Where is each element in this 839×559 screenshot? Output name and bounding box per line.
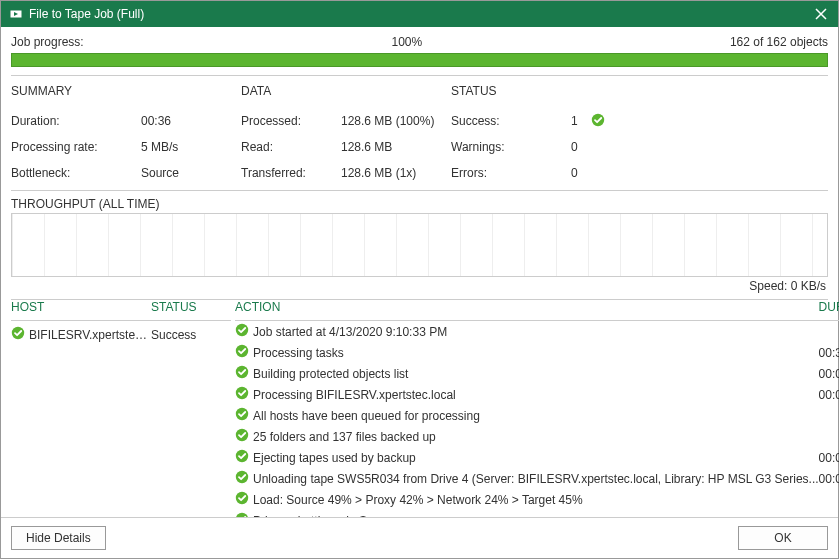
action-text: Building protected objects list: [253, 367, 819, 381]
stat-value: 5 MB/s: [141, 140, 241, 154]
host-row[interactable]: BIFILESRV.xpertstec.lo...Success: [11, 321, 231, 348]
action-text: Processing BIFILESRV.xpertstec.local: [253, 388, 819, 402]
actions-header-action: ACTION: [235, 300, 819, 314]
throughput-chart: [11, 213, 828, 277]
stat-key: Processed:: [241, 114, 341, 128]
hide-details-button[interactable]: Hide Details: [11, 526, 106, 550]
actions-header-duration: DURATION: [819, 300, 839, 314]
success-check-icon: [235, 491, 249, 505]
window-title: File to Tape Job (Full): [29, 7, 812, 21]
action-row: All hosts have been queued for processin…: [235, 405, 839, 426]
stat-key: Transferred:: [241, 166, 341, 180]
action-row: Building protected objects list00:00: [235, 363, 839, 384]
footer: Hide Details OK: [1, 517, 838, 558]
host-name: BIFILESRV.xpertstec.lo...: [29, 328, 151, 342]
stat-row: Duration:00:36: [11, 108, 241, 134]
action-row: Job started at 4/13/2020 9:10:33 PM: [235, 321, 839, 342]
success-check-icon: [235, 470, 249, 484]
data-column: DATA Processed:128.6 MB (100%)Read:128.6…: [241, 84, 451, 186]
action-duration: 00:34: [819, 346, 839, 360]
success-check-icon: [235, 386, 249, 400]
titlebar: File to Tape Job (Full): [1, 1, 838, 27]
progress-bar-wrap: [1, 53, 838, 75]
stat-key: Processing rate:: [11, 140, 141, 154]
app-icon: [9, 7, 23, 21]
action-text: Processing tasks: [253, 346, 819, 360]
status-value: 1: [571, 114, 591, 128]
success-check-icon: [235, 428, 249, 442]
actions-header: ACTION DURATION: [235, 300, 839, 321]
action-row: Primary bottleneck: Source: [235, 510, 839, 517]
actions-table: ACTION DURATION Job started at 4/13/2020…: [235, 300, 839, 517]
progress-label: Job progress:: [11, 35, 84, 49]
data-header: DATA: [241, 84, 451, 98]
success-check-icon: [235, 344, 249, 358]
status-column: STATUS Success:1Warnings:0Errors:0: [451, 84, 828, 186]
status-header: STATUS: [451, 84, 828, 98]
hosts-header: HOST STATUS: [11, 300, 231, 321]
progress-percent: 100%: [84, 35, 730, 49]
action-row: Unloading tape SWS5R034 from Drive 4 (Se…: [235, 468, 839, 489]
action-text: Ejecting tapes used by backup: [253, 451, 819, 465]
action-row: 25 folders and 137 files backed up: [235, 426, 839, 447]
success-check-icon: [591, 113, 605, 127]
stats-panel: SUMMARY Duration:00:36Processing rate:5 …: [1, 76, 838, 190]
svg-point-14: [236, 513, 248, 517]
status-value: 0: [571, 140, 591, 154]
stat-key: Bottleneck:: [11, 166, 141, 180]
stat-row: Read:128.6 MB: [241, 134, 451, 160]
action-text: Load: Source 49% > Proxy 42% > Network 2…: [253, 493, 819, 507]
stat-row: Bottleneck:Source: [11, 160, 241, 186]
progress-bar: [11, 53, 828, 67]
job-progress-window: File to Tape Job (Full) Job progress: 10…: [0, 0, 839, 559]
stat-value: Source: [141, 166, 241, 180]
stat-row: Transferred:128.6 MB (1x): [241, 160, 451, 186]
success-check-icon: [235, 449, 249, 463]
stat-value: 128.6 MB: [341, 140, 451, 154]
action-text: All hosts have been queued for processin…: [253, 409, 819, 423]
action-text: Unloading tape SWS5R034 from Drive 4 (Se…: [253, 472, 819, 486]
logs-panel: HOST STATUS BIFILESRV.xpertstec.lo...Suc…: [1, 300, 838, 517]
action-row: Processing BIFILESRV.xpertstec.local00:0…: [235, 384, 839, 405]
status-value: 0: [571, 166, 591, 180]
action-duration: 00:00: [819, 367, 839, 381]
close-button[interactable]: [812, 5, 830, 23]
throughput-label: THROUGHPUT (ALL TIME): [1, 191, 838, 213]
success-check-icon: [11, 326, 25, 340]
progress-row: Job progress: 100% 162 of 162 objects: [1, 27, 838, 53]
action-row: Processing tasks00:34: [235, 342, 839, 363]
action-text: Job started at 4/13/2020 9:10:33 PM: [253, 325, 819, 339]
stat-value: 128.6 MB (100%): [341, 114, 451, 128]
success-check-icon: [235, 512, 249, 517]
ok-button[interactable]: OK: [738, 526, 828, 550]
success-check-icon: [235, 323, 249, 337]
stat-value: 128.6 MB (1x): [341, 166, 451, 180]
success-check-icon: [235, 365, 249, 379]
action-duration: 00:00: [819, 472, 839, 486]
action-text: 25 folders and 137 files backed up: [253, 430, 819, 444]
action-duration: 00:03: [819, 388, 839, 402]
action-duration: 00:00: [819, 451, 839, 465]
action-row: Ejecting tapes used by backup00:00: [235, 447, 839, 468]
stat-key: Duration:: [11, 114, 141, 128]
stat-row: Processing rate:5 MB/s: [11, 134, 241, 160]
host-status: Success: [151, 328, 231, 342]
summary-header: SUMMARY: [11, 84, 241, 98]
hosts-header-status: STATUS: [151, 300, 231, 314]
status-row: Warnings:0: [451, 134, 828, 160]
hosts-table: HOST STATUS BIFILESRV.xpertstec.lo...Suc…: [11, 300, 231, 517]
status-row: Errors:0: [451, 160, 828, 186]
stat-row: Processed:128.6 MB (100%): [241, 108, 451, 134]
progress-objects: 162 of 162 objects: [730, 35, 828, 49]
stat-value: 00:36: [141, 114, 241, 128]
action-text: Primary bottleneck: Source: [253, 514, 819, 518]
success-check-icon: [235, 407, 249, 421]
status-row: Success:1: [451, 108, 828, 134]
action-row: Load: Source 49% > Proxy 42% > Network 2…: [235, 489, 839, 510]
status-key: Errors:: [451, 166, 571, 180]
status-key: Success:: [451, 114, 571, 128]
hosts-header-host: HOST: [11, 300, 151, 314]
status-key: Warnings:: [451, 140, 571, 154]
stat-key: Read:: [241, 140, 341, 154]
summary-column: SUMMARY Duration:00:36Processing rate:5 …: [11, 84, 241, 186]
